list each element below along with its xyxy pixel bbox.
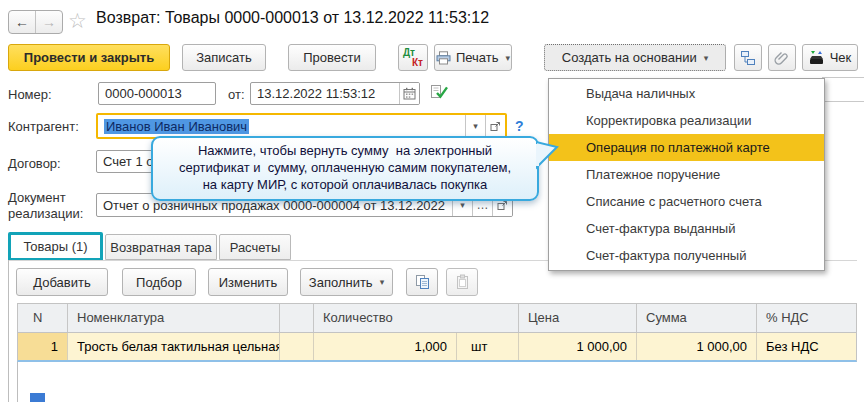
selected-text: Иванов Иван Иванович [104, 119, 249, 134]
date-input[interactable]: 13.12.2022 11:53:12 [250, 82, 420, 105]
printer-icon [436, 51, 451, 65]
nav-history-group: ← → [8, 10, 63, 34]
cell-vat[interactable]: Без НДС [756, 333, 856, 360]
cell-quantity[interactable]: 1,000 [313, 333, 456, 360]
save-button[interactable]: Записать [182, 44, 266, 71]
save-label: Записать [196, 50, 252, 65]
set-current-time-icon[interactable] [430, 84, 448, 100]
receipt-label: Чек [830, 50, 852, 65]
pick-button[interactable]: Подбор [122, 268, 196, 296]
col-sum: Сумма [636, 304, 756, 332]
background-edge-line [822, 101, 864, 102]
menu-item-payment-order[interactable]: Платежное поручение [549, 161, 824, 188]
menu-item-cash-withdrawal[interactable]: Выдача наличных [549, 80, 824, 107]
subordination-structure-button[interactable] [734, 44, 762, 71]
date-value: 13.12.2022 11:53:12 [251, 86, 399, 101]
edit-label: Изменить [219, 275, 278, 290]
tab-goods[interactable]: Товары (1) [8, 232, 103, 261]
forward-arrow-icon: → [42, 14, 56, 30]
post-and-close-button[interactable]: Провести и закрыть [8, 44, 170, 71]
fill-label: Заполнить [309, 275, 373, 290]
back-button[interactable]: ← [9, 11, 36, 33]
create-based-on-button[interactable]: Создать на основании ▾ [544, 44, 726, 71]
cell-sum[interactable]: 1 000,00 [636, 333, 756, 360]
chevron-down-icon[interactable]: ▾ [465, 115, 485, 137]
callout-bubble: Нажмите, чтобы вернуть сумму на электрон… [151, 136, 539, 201]
paperclip-icon [774, 50, 790, 66]
cell-price[interactable]: 1 000,00 [518, 333, 636, 360]
edit-button[interactable]: Изменить [208, 268, 288, 296]
callout-arrow [536, 137, 559, 174]
number-value: 0000-000013 [99, 86, 215, 101]
counterparty-label: Контрагент: [8, 119, 79, 134]
chevron-down-icon: ▾ [506, 53, 511, 63]
calendar-icon[interactable] [399, 83, 419, 104]
favorite-star-icon[interactable]: ☆ [68, 9, 87, 33]
paste-rows-button[interactable] [446, 268, 478, 296]
print-label: Печать [456, 50, 499, 65]
create-based-on-label: Создать на основании [562, 50, 697, 65]
table-row[interactable]: 1 Трость белая тактильная цельная 1,000 … [17, 333, 857, 362]
create-based-on-menu: Выдача наличных Корректировка реализации… [548, 78, 825, 271]
add-label: Добавить [33, 275, 90, 290]
counterparty-value: Иванов Иван Иванович [98, 119, 465, 134]
background-edge-line [822, 77, 864, 78]
col-nomenclature: Номенклатура [67, 304, 279, 332]
menu-item-bank-account-debit[interactable]: Списание с расчетного счета [549, 188, 824, 215]
paste-icon [454, 274, 471, 291]
chevron-down-icon: ▾ [704, 53, 709, 63]
col-spacer [279, 304, 313, 332]
cash-register-icon [809, 51, 825, 65]
menu-item-payment-card-operation[interactable]: Операция по платежной карте [549, 134, 824, 161]
tab-settlements[interactable]: Расчеты [219, 234, 291, 260]
col-price: Цена [518, 304, 636, 332]
menu-item-sales-adjustment[interactable]: Корректировка реализации [549, 107, 824, 134]
cell-spacer[interactable] [279, 333, 313, 360]
chevron-down-icon: ▾ [380, 277, 385, 287]
page-title: Возврат: Товары 0000-000013 от 13.12.202… [96, 9, 489, 27]
pick-label: Подбор [136, 275, 182, 290]
post-label: Провести [303, 50, 361, 65]
number-input[interactable]: 0000-000013 [98, 82, 216, 105]
table-header: N Номенклатура Количество Цена Сумма % Н… [17, 303, 857, 333]
sales-doc-label: Документ реализации: [8, 190, 88, 222]
attachments-button[interactable] [768, 44, 796, 71]
menu-item-invoice-issued[interactable]: Счет-фактура выданный [549, 215, 824, 242]
h-scrollbar-thumb[interactable] [30, 393, 45, 402]
col-quantity: Количество [313, 304, 518, 332]
cell-n[interactable]: 1 [18, 333, 67, 360]
help-icon[interactable]: ? [515, 118, 524, 134]
tab-settlements-label: Расчеты [230, 240, 281, 255]
add-row-button[interactable]: Добавить [16, 268, 108, 296]
tab-returnable-packaging[interactable]: Возвратная тара [105, 234, 217, 260]
number-label: Номер: [8, 87, 52, 102]
tab-goods-label: Товары (1) [23, 239, 87, 254]
open-link-icon[interactable] [485, 115, 505, 137]
cell-nomenclature[interactable]: Трость белая тактильная цельная [67, 333, 279, 360]
date-label: от: [228, 87, 245, 102]
dtkt-postings-button[interactable]: Дт Кт [398, 44, 428, 71]
menu-item-invoice-received[interactable]: Счет-фактура полученный [549, 242, 824, 269]
post-button[interactable]: Провести [288, 44, 376, 71]
tab-returnable-label: Возвратная тара [110, 240, 211, 255]
col-vat: % НДС [756, 304, 856, 332]
copy-rows-button[interactable] [406, 268, 438, 296]
contract-label: Договор: [8, 156, 61, 171]
document-window: ← → ☆ Возврат: Товары 0000-000013 от 13.… [0, 0, 864, 402]
cell-unit[interactable]: шт [456, 333, 518, 360]
forward-button[interactable]: → [36, 11, 62, 33]
panel-left-border [8, 260, 9, 402]
back-arrow-icon: ← [15, 14, 29, 30]
structure-icon [740, 50, 756, 66]
copy-icon [414, 274, 431, 291]
post-and-close-label: Провести и закрыть [24, 50, 154, 65]
print-button[interactable]: Печать ▾ [434, 44, 512, 71]
col-n: N [18, 304, 67, 332]
kt-label: Кт [412, 57, 423, 68]
receipt-button[interactable]: Чек [802, 44, 858, 71]
fill-button[interactable]: Заполнить ▾ [300, 268, 393, 296]
